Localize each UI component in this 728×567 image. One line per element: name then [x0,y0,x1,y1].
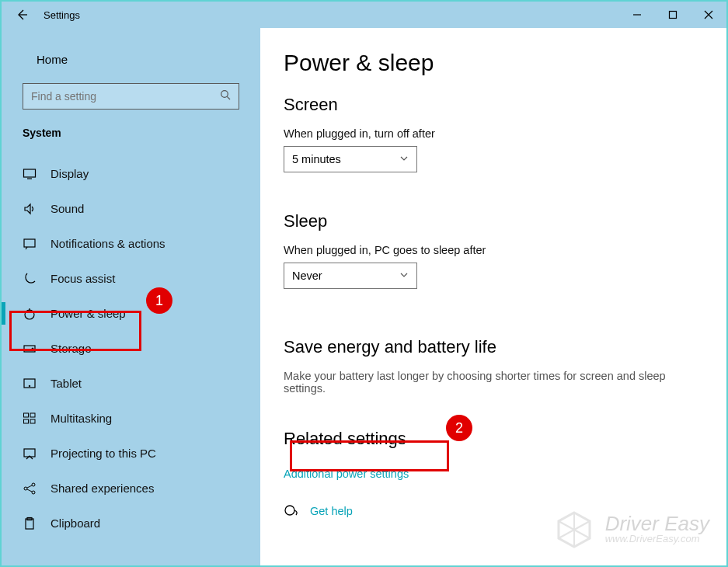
related-heading: Related settings [284,429,703,449]
sidebar-item-label: Notifications & actions [51,237,165,250]
power-icon [23,307,37,321]
shared-icon [23,482,37,496]
titlebar: Settings [2,2,726,28]
energy-subtext: Make your battery last longer by choosin… [284,370,703,395]
maximize-button[interactable] [655,2,691,28]
annotation-badge-2: 2 [446,415,472,441]
sidebar-item-label: Focus assist [51,272,115,285]
sidebar-item-label: Display [51,167,89,180]
help-icon [284,503,299,519]
svg-point-6 [32,348,33,350]
svg-rect-3 [24,239,35,247]
sidebar-item-label: Sound [51,202,84,215]
watermark-brand: Driver Easy [605,515,709,533]
sidebar-home[interactable]: Home [2,50,260,69]
svg-point-15 [32,483,35,486]
svg-rect-12 [30,419,35,423]
multitasking-icon [23,412,37,426]
screen-heading: Screen [284,95,703,115]
sidebar-item-label: Storage [51,342,92,355]
sidebar-item-clipboard[interactable]: Clipboard [2,506,260,541]
sidebar-item-projecting[interactable]: Projecting to this PC [2,436,260,471]
sidebar-item-multitasking[interactable]: Multitasking [2,401,260,436]
svg-point-8 [29,385,30,387]
clipboard-icon [23,517,37,530]
additional-power-settings-link[interactable]: Additional power settings [284,468,703,480]
svg-rect-2 [24,169,36,177]
sidebar-item-label: Multitasking [51,412,112,425]
sound-icon [23,202,37,216]
tablet-icon [23,377,37,391]
sidebar-section-label: System [2,127,260,139]
svg-point-1 [221,91,228,98]
projecting-icon [23,447,37,461]
sleep-timeout-dropdown[interactable]: Never [284,263,417,289]
sidebar-item-shared[interactable]: Shared experiences [2,471,260,506]
svg-rect-0 [670,12,677,19]
search-input[interactable] [23,83,239,110]
sleep-heading: Sleep [284,211,703,231]
svg-point-14 [24,487,27,490]
sidebar-item-storage[interactable]: Storage [2,331,260,366]
screen-timeout-dropdown[interactable]: 5 minutes [284,146,417,172]
sidebar-nav: Display Sound Notifications & actions Fo… [2,156,260,541]
chevron-down-icon [399,270,409,282]
page-title: Power & sleep [284,50,703,76]
notifications-icon [23,237,37,251]
energy-heading: Save energy and battery life [284,337,703,357]
back-button[interactable] [16,9,28,21]
content-pane: Power & sleep Screen When plugged in, tu… [260,28,726,565]
chevron-down-icon [399,153,409,165]
sidebar-item-sound[interactable]: Sound [2,191,260,226]
watermark-logo-icon [554,510,594,550]
sidebar-item-label: Shared experiences [51,482,154,495]
sidebar-item-notifications[interactable]: Notifications & actions [2,226,260,261]
sidebar-item-display[interactable]: Display [2,156,260,191]
search-icon [220,89,231,103]
sidebar-item-label: Power & sleep [51,307,126,320]
watermark-url: www.DriverEasy.com [605,533,709,544]
annotation-badge-1: 1 [146,287,172,314]
minimize-button[interactable] [619,2,655,28]
search-field[interactable] [31,90,186,103]
dropdown-value: Never [292,270,322,282]
sidebar-item-label: Clipboard [51,517,100,530]
svg-rect-10 [30,413,35,417]
svg-point-16 [32,491,35,494]
dropdown-value: 5 minutes [292,153,341,165]
display-icon [23,167,37,181]
sidebar-item-focus[interactable]: Focus assist [2,261,260,296]
sidebar: Home System Display Sound Notifications [2,28,260,565]
sidebar-item-label: Tablet [51,377,82,390]
screen-label: When plugged in, turn off after [284,127,703,140]
get-help-link[interactable]: Get help [310,505,353,517]
sleep-label: When plugged in, PC goes to sleep after [284,244,703,256]
close-button[interactable] [691,2,726,28]
watermark: Driver Easy www.DriverEasy.com [554,510,709,550]
sidebar-item-tablet[interactable]: Tablet [2,366,260,401]
svg-rect-9 [24,413,29,417]
window-title: Settings [44,9,80,21]
svg-point-19 [285,506,294,515]
home-label: Home [37,53,68,66]
sidebar-item-label: Projecting to this PC [51,447,156,460]
sidebar-item-power-sleep[interactable]: Power & sleep [2,296,260,331]
storage-icon [23,342,37,356]
focus-icon [23,272,37,286]
svg-rect-11 [24,419,29,423]
